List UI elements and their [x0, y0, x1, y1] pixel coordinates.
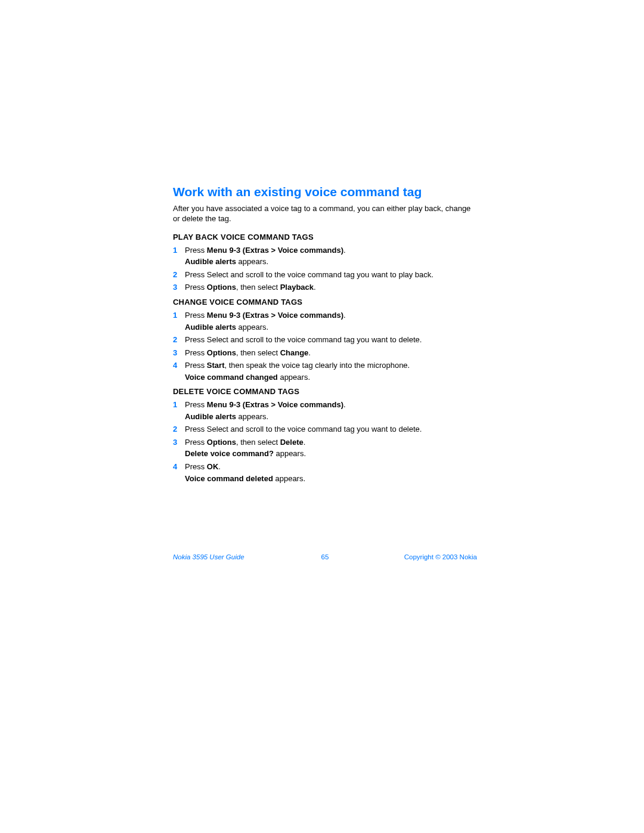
text-fragment: Options: [207, 438, 236, 447]
step-line: Press Select and scroll to the voice com…: [185, 270, 477, 280]
step-number: 4: [173, 360, 185, 371]
step-row: 1Press Menu 9-3 (Extras > Voice commands…: [173, 245, 477, 267]
step-line: Press Select and scroll to the voice com…: [185, 424, 477, 435]
step-row: 1Press Menu 9-3 (Extras > Voice commands…: [173, 310, 477, 332]
step-body: Press Options, then select Change.: [185, 348, 477, 358]
page-footer: Nokia 3595 User Guide 65 Copyright © 200…: [173, 553, 477, 561]
text-fragment: Voice command deleted: [185, 474, 273, 483]
step-line: Press Menu 9-3 (Extras > Voice commands)…: [185, 310, 477, 321]
text-fragment: Menu 9-3 (Extras > Voice commands): [207, 246, 343, 255]
text-fragment: Press: [185, 283, 207, 292]
page-content: Work with an existing voice command tag …: [173, 185, 477, 486]
text-fragment: appears.: [236, 412, 268, 421]
text-fragment: Audible alerts: [185, 412, 236, 421]
step-row: 4Press OK.Voice command deleted appears.: [173, 462, 477, 484]
text-fragment: Press: [185, 400, 207, 409]
section-heading: DELETE VOICE COMMAND TAGS: [173, 387, 477, 396]
step-body: Press Options, then select Delete.Delete…: [185, 437, 477, 459]
step-number: 3: [173, 348, 185, 358]
text-fragment: , then select: [236, 438, 280, 447]
step-row: 3Press Options, then select Change.: [173, 348, 477, 358]
step-line: Audible alerts appears.: [185, 322, 477, 333]
step-line: Voice command deleted appears.: [185, 473, 477, 484]
text-fragment: .: [343, 311, 346, 320]
step-line: Press Options, then select Playback.: [185, 282, 477, 293]
step-body: Press Start, then speak the voice tag cl…: [185, 360, 477, 382]
step-body: Press Select and scroll to the voice com…: [185, 335, 477, 345]
text-fragment: Start: [207, 361, 225, 370]
step-number: 3: [173, 282, 185, 293]
step-line: Delete voice command? appears.: [185, 448, 477, 459]
text-fragment: , then speak the voice tag clearly into …: [224, 361, 410, 370]
sections-container: PLAY BACK VOICE COMMAND TAGS1Press Menu …: [173, 233, 477, 484]
text-fragment: Voice command changed: [185, 373, 278, 382]
text-fragment: Press: [185, 438, 207, 447]
text-fragment: Playback: [280, 283, 314, 292]
step-number: 3: [173, 437, 185, 448]
step-body: Press Menu 9-3 (Extras > Voice commands)…: [185, 400, 477, 422]
step-number: 2: [173, 270, 185, 280]
step-line: Audible alerts appears.: [185, 256, 477, 267]
text-fragment: appears.: [273, 474, 305, 483]
step-body: Press Select and scroll to the voice com…: [185, 270, 477, 280]
step-row: 2Press Select and scroll to the voice co…: [173, 335, 477, 345]
text-fragment: .: [343, 400, 346, 409]
step-line: Press Start, then speak the voice tag cl…: [185, 360, 477, 371]
text-fragment: .: [218, 462, 221, 471]
intro-paragraph: After you have associated a voice tag to…: [173, 204, 477, 224]
text-fragment: Press: [185, 311, 207, 320]
text-fragment: , then select: [236, 348, 280, 357]
step-line: Audible alerts appears.: [185, 411, 477, 422]
step-number: 1: [173, 400, 185, 410]
footer-copyright: Copyright © 2003 Nokia: [404, 553, 477, 561]
step-body: Press Options, then select Playback.: [185, 282, 477, 293]
step-body: Press Menu 9-3 (Extras > Voice commands)…: [185, 310, 477, 332]
step-line: Press Menu 9-3 (Extras > Voice commands)…: [185, 400, 477, 410]
text-fragment: Press Select and scroll to the voice com…: [185, 335, 422, 344]
text-fragment: Press Select and scroll to the voice com…: [185, 425, 422, 433]
step-line: Press Select and scroll to the voice com…: [185, 335, 477, 345]
step-row: 2Press Select and scroll to the voice co…: [173, 424, 477, 435]
text-fragment: .: [304, 438, 306, 447]
step-line: Voice command changed appears.: [185, 372, 477, 383]
text-fragment: Press: [185, 348, 207, 357]
step-body: Press Menu 9-3 (Extras > Voice commands)…: [185, 245, 477, 267]
section-heading: CHANGE VOICE COMMAND TAGS: [173, 298, 477, 306]
text-fragment: Options: [207, 283, 236, 292]
text-fragment: appears.: [278, 373, 310, 382]
text-fragment: Menu 9-3 (Extras > Voice commands): [207, 311, 343, 320]
text-fragment: , then select: [236, 283, 280, 292]
text-fragment: Audible alerts: [185, 323, 236, 332]
footer-guide-name: Nokia 3595 User Guide: [173, 553, 244, 561]
footer-page-number: 65: [321, 553, 329, 561]
step-body: Press Select and scroll to the voice com…: [185, 424, 477, 435]
text-fragment: appears.: [274, 449, 306, 458]
step-number: 2: [173, 335, 185, 345]
step-line: Press Options, then select Change.: [185, 348, 477, 358]
text-fragment: Press Select and scroll to the voice com…: [185, 270, 434, 279]
step-row: 3Press Options, then select Delete.Delet…: [173, 437, 477, 459]
step-line: Press OK.: [185, 462, 477, 472]
step-number: 2: [173, 424, 185, 435]
step-line: Press Options, then select Delete.: [185, 437, 477, 448]
text-fragment: Delete voice command?: [185, 449, 274, 458]
text-fragment: .: [308, 348, 311, 357]
step-body: Press OK.Voice command deleted appears.: [185, 462, 477, 484]
text-fragment: appears.: [236, 257, 268, 266]
step-row: 3Press Options, then select Playback.: [173, 282, 477, 293]
step-row: 2Press Select and scroll to the voice co…: [173, 270, 477, 280]
text-fragment: Press: [185, 361, 207, 370]
text-fragment: Change: [280, 348, 309, 357]
step-number: 4: [173, 462, 185, 472]
step-number: 1: [173, 310, 185, 321]
step-row: 4Press Start, then speak the voice tag c…: [173, 360, 477, 382]
page-title: Work with an existing voice command tag: [173, 185, 477, 199]
text-fragment: Press: [185, 462, 207, 471]
step-row: 1Press Menu 9-3 (Extras > Voice commands…: [173, 400, 477, 422]
text-fragment: Press: [185, 246, 207, 255]
text-fragment: Menu 9-3 (Extras > Voice commands): [207, 400, 343, 409]
text-fragment: .: [314, 283, 316, 292]
step-line: Press Menu 9-3 (Extras > Voice commands)…: [185, 245, 477, 256]
text-fragment: appears.: [236, 323, 268, 332]
step-number: 1: [173, 245, 185, 256]
